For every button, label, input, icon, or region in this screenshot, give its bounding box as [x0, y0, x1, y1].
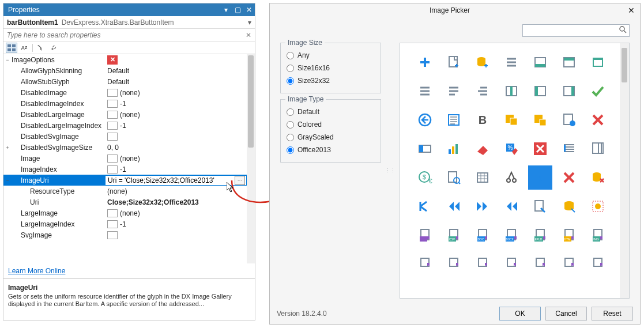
property-row[interactable]: −ImageOptions✕ — [3, 54, 247, 65]
scrollbar-vertical[interactable] — [620, 43, 629, 298]
property-value-cell[interactable]: -1 — [105, 100, 247, 108]
clear-search-icon[interactable]: ✕ — [246, 31, 251, 39]
image-item[interactable] — [470, 194, 495, 218]
image-item[interactable] — [470, 252, 495, 276]
radio-input[interactable] — [287, 77, 294, 85]
image-item[interactable]: DOC — [470, 223, 495, 247]
property-row[interactable]: LargeImage(none) — [3, 208, 247, 218]
expander-icon[interactable]: − — [3, 178, 12, 183]
property-value-cell[interactable]: (none) — [105, 154, 247, 163]
image-item[interactable] — [528, 108, 552, 132]
property-row[interactable]: −ImageUriUri = 'Close;Size32x32;Office20… — [3, 175, 247, 186]
property-value-cell[interactable] — [105, 231, 247, 239]
property-row[interactable]: DisabledSvgImage — [3, 131, 247, 142]
chevron-down-icon[interactable]: ▾ — [242, 18, 251, 27]
property-value-cell[interactable]: -1 — [105, 122, 247, 130]
image-item[interactable] — [586, 50, 610, 74]
checkbox-icon[interactable] — [107, 111, 118, 119]
image-item[interactable] — [413, 108, 437, 132]
image-item[interactable]: DOCX — [499, 223, 524, 247]
property-value-cell[interactable]: (none) — [105, 111, 247, 119]
picker-search-input[interactable] — [525, 27, 619, 35]
radio-option[interactable]: Office2013 — [287, 144, 375, 156]
wrench-button[interactable] — [48, 43, 59, 53]
image-item[interactable] — [586, 79, 610, 103]
property-row[interactable]: AllowGlyphSkinningDefault — [3, 65, 247, 76]
property-row[interactable]: DisabledLargeImage(none) — [3, 109, 247, 120]
image-item[interactable]: % — [499, 137, 524, 161]
image-item[interactable] — [528, 252, 552, 276]
property-value-cell[interactable]: (none) — [105, 187, 247, 195]
image-item[interactable]: 1 — [528, 165, 552, 190]
image-item[interactable] — [470, 79, 495, 103]
reset-button[interactable]: Reset — [592, 307, 633, 321]
image-item[interactable] — [499, 79, 524, 103]
image-item[interactable] — [586, 194, 610, 218]
image-item[interactable] — [557, 194, 581, 218]
image-item[interactable] — [499, 50, 524, 74]
image-item[interactable] — [442, 137, 466, 161]
image-item[interactable] — [586, 252, 610, 276]
categorize-button[interactable] — [6, 43, 17, 53]
image-item[interactable] — [557, 165, 581, 190]
property-value-cell[interactable]: ✕ — [105, 55, 247, 65]
ellipsis-button[interactable]: … — [235, 176, 245, 185]
property-row[interactable]: +DisabledSvgImageSize0, 0 — [3, 142, 247, 153]
image-item[interactable] — [528, 137, 552, 161]
radio-option[interactable]: Size16x16 — [287, 62, 375, 74]
image-item[interactable] — [442, 79, 466, 103]
property-value-cell[interactable]: Close;Size32x32;Office2013 — [105, 198, 247, 206]
radio-option[interactable]: GrayScaled — [287, 131, 375, 144]
image-item[interactable] — [586, 137, 610, 161]
splitter[interactable]: ⋮⋮ — [388, 43, 393, 299]
image-item[interactable]: HTM — [557, 223, 581, 247]
image-item[interactable] — [586, 165, 610, 190]
radio-input[interactable] — [287, 146, 294, 154]
checkbox-icon[interactable] — [107, 165, 118, 174]
alphabetical-button[interactable]: AZ — [18, 43, 30, 53]
image-item[interactable] — [442, 252, 466, 276]
radio-input[interactable] — [287, 134, 294, 141]
image-item[interactable] — [442, 165, 466, 190]
property-value-cell[interactable] — [105, 133, 247, 141]
cancel-button[interactable]: Cancel — [545, 307, 587, 321]
checkbox-icon[interactable] — [107, 133, 118, 141]
image-item[interactable] — [470, 137, 495, 161]
scrollbar-thumb[interactable] — [622, 48, 627, 82]
property-search-input[interactable] — [7, 31, 246, 39]
radio-option[interactable]: Colored — [287, 118, 375, 131]
image-item[interactable] — [499, 165, 524, 190]
image-item[interactable] — [442, 194, 466, 218]
property-row[interactable]: UriClose;Size32x32;Office2013 — [3, 197, 247, 208]
image-item[interactable] — [413, 223, 437, 247]
image-item[interactable]: EPUB — [528, 223, 552, 247]
image-item[interactable] — [528, 79, 552, 103]
property-value-cell[interactable]: Uri = 'Close;Size32x32;Office2013'… — [105, 175, 247, 186]
checkbox-icon[interactable] — [107, 220, 118, 228]
scrollbar-thumb[interactable] — [248, 55, 254, 148]
image-item[interactable] — [499, 108, 524, 132]
image-item[interactable] — [557, 108, 581, 132]
image-item[interactable]: IMG — [586, 223, 610, 247]
expander-icon[interactable]: + — [3, 145, 12, 150]
property-row[interactable]: SvgImage — [3, 229, 247, 240]
property-row[interactable]: AllowStubGlyphDefault — [3, 76, 247, 87]
image-item[interactable] — [557, 137, 581, 161]
image-item[interactable] — [413, 79, 437, 103]
property-value-cell[interactable]: -1 — [105, 165, 247, 174]
image-item[interactable]: B — [470, 108, 495, 132]
image-item[interactable] — [586, 108, 610, 132]
property-value-cell[interactable]: Default — [105, 78, 247, 86]
ok-button[interactable]: OK — [499, 307, 541, 321]
image-item[interactable] — [413, 194, 437, 218]
image-item[interactable] — [470, 165, 495, 190]
property-row[interactable]: DisabledLargeImageIndex-1 — [3, 120, 247, 131]
radio-option[interactable]: Default — [287, 105, 375, 118]
radio-option[interactable]: Any — [287, 49, 375, 62]
image-item[interactable] — [413, 50, 437, 74]
image-item[interactable] — [528, 50, 552, 74]
filter-button[interactable] — [35, 43, 47, 53]
property-row[interactable]: DisabledImageIndex-1 — [3, 98, 247, 109]
image-item[interactable] — [442, 108, 466, 132]
image-item[interactable] — [528, 194, 552, 218]
